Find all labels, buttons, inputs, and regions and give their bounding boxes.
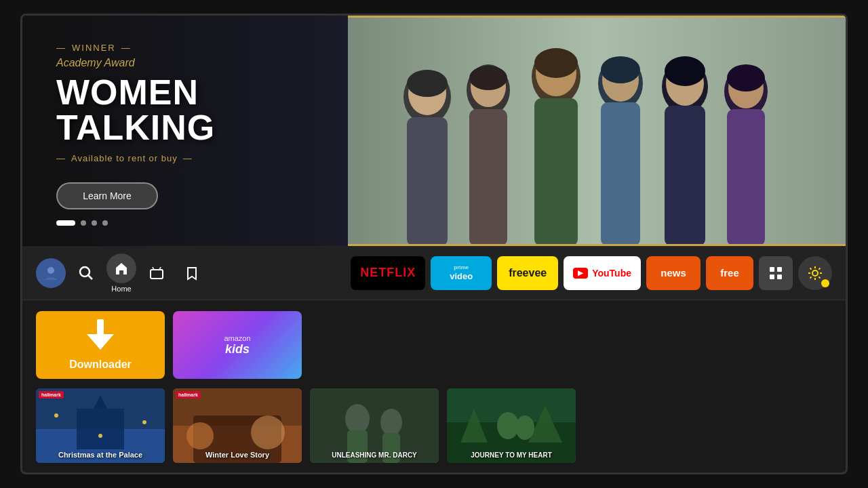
svg-point-44 (142, 420, 146, 424)
svg-rect-15 (601, 102, 640, 246)
home-nav-item[interactable]: Home (106, 253, 136, 293)
svg-rect-7 (469, 109, 507, 246)
svg-rect-11 (534, 98, 578, 246)
svg-point-49 (186, 422, 214, 449)
prime-video-label: video (450, 271, 473, 281)
hero-illustration (348, 16, 846, 246)
learn-more-button[interactable]: Learn More (56, 182, 158, 209)
youtube-label: YouTube (592, 268, 631, 279)
dot-3 (92, 220, 97, 226)
svg-rect-19 (665, 106, 705, 246)
svg-rect-41 (77, 409, 124, 449)
hero-section: WINNER Academy Award WOMEN TALKING Avail… (22, 16, 846, 246)
downloader-arrow-icon (83, 319, 117, 353)
news-label: news (660, 267, 686, 279)
prime-label: prime (454, 264, 469, 270)
apps-grid-icon (769, 266, 783, 280)
movie-title-christmas: Christmas at the Palace (40, 451, 161, 459)
movie-title-journey: JOURNEY TO MY HEART (451, 451, 572, 459)
svg-point-52 (345, 404, 370, 434)
svg-rect-34 (770, 274, 774, 279)
movie-title: WOMEN TALKING (56, 75, 321, 145)
svg-rect-29 (151, 270, 163, 279)
academy-award-text: Academy Award (56, 57, 321, 69)
movie-unleashing[interactable]: UNLEASHING MR. DARCY (310, 388, 439, 463)
movie-title-winter: Winter Love Story (177, 451, 298, 459)
winter-love-bg: hallmark Winter Love Story (173, 388, 302, 463)
home-label: Home (111, 285, 131, 293)
movie-christmas-palace[interactable]: hallmark Christmas at the Palace (36, 388, 165, 463)
movie-journey-heart[interactable]: JOURNEY TO MY HEART (447, 388, 576, 463)
svg-point-13 (534, 48, 578, 78)
downloader-svg (83, 319, 117, 353)
downloader-label: Downloader (69, 359, 132, 371)
dot-1 (56, 220, 75, 226)
svg-rect-33 (777, 267, 782, 272)
profile-avatar-icon (43, 265, 59, 281)
tv-svg (149, 266, 164, 281)
svg-point-61 (515, 415, 534, 440)
nav-bar: Home NETFLIX prime video freev (22, 246, 846, 300)
apps-grid-button[interactable] (759, 256, 793, 290)
journey-heart-bg: JOURNEY TO MY HEART (447, 388, 576, 463)
amazon-brand: amazon (224, 334, 250, 342)
news-button[interactable]: news (646, 256, 701, 290)
unleashing-bg: UNLEASHING MR. DARCY (310, 388, 439, 463)
free-label: free (720, 267, 739, 279)
svg-point-36 (812, 270, 818, 276)
hallmark-badge: hallmark (39, 391, 64, 399)
svg-rect-32 (770, 267, 774, 272)
netflix-button[interactable]: NETFLIX (351, 256, 425, 290)
free-button[interactable]: free (706, 256, 753, 290)
youtube-play-icon: ▶ (573, 268, 588, 279)
profile-icon[interactable] (36, 258, 66, 288)
freevee-label: freevee (509, 267, 547, 279)
live-tv-icon[interactable] (142, 258, 172, 288)
carousel-dots (56, 220, 321, 226)
downloader-tile[interactable]: Downloader (36, 311, 165, 379)
hero-text-area: WINNER Academy Award WOMEN TALKING Avail… (22, 16, 348, 246)
netflix-label: NETFLIX (360, 266, 416, 280)
prime-video-button[interactable]: prime video (431, 256, 492, 290)
bookmark-icon[interactable] (177, 258, 207, 288)
svg-point-21 (665, 56, 705, 86)
gold-border-bottom (348, 244, 846, 246)
hero-image (348, 16, 846, 246)
movie-winter-love[interactable]: hallmark Winter Love Story (173, 388, 302, 463)
svg-point-9 (469, 66, 507, 90)
winner-text: WINNER (72, 43, 116, 53)
svg-point-27 (80, 267, 90, 277)
freevee-button[interactable]: freevee (497, 256, 558, 290)
youtube-button[interactable]: ▶ YouTube (564, 256, 641, 290)
hero-background (348, 16, 846, 246)
tv-frame: WINNER Academy Award WOMEN TALKING Avail… (20, 14, 848, 474)
search-icon[interactable] (71, 258, 101, 288)
availability-text: Available to rent or buy (56, 153, 321, 163)
movie-title-unleashing: UNLEASHING MR. DARCY (314, 451, 435, 459)
svg-rect-3 (407, 117, 448, 246)
search-svg (79, 266, 94, 281)
svg-point-5 (407, 70, 448, 97)
svg-point-54 (380, 409, 402, 436)
app-tiles-row: Downloader amazon kids (36, 311, 832, 379)
content-area: Downloader amazon kids (22, 300, 846, 474)
home-icon (106, 253, 136, 283)
settings-gear-icon (808, 266, 823, 281)
svg-point-17 (601, 56, 640, 83)
settings-button[interactable] (798, 256, 832, 290)
svg-rect-23 (727, 109, 765, 246)
movies-row: hallmark Christmas at the Palace hallmar… (36, 388, 832, 463)
svg-line-28 (88, 275, 92, 279)
svg-point-25 (727, 64, 765, 92)
home-svg (114, 261, 129, 276)
svg-point-26 (47, 267, 54, 274)
winner-badge: WINNER (56, 43, 321, 53)
bookmark-svg (184, 266, 199, 281)
dot-2 (81, 220, 86, 226)
dot-4 (102, 220, 108, 226)
gold-border-top (348, 16, 846, 18)
amazon-kids-tile[interactable]: amazon kids (173, 311, 302, 379)
amazon-kids-label: kids (225, 342, 250, 357)
svg-point-43 (54, 413, 58, 418)
svg-marker-38 (87, 334, 114, 350)
